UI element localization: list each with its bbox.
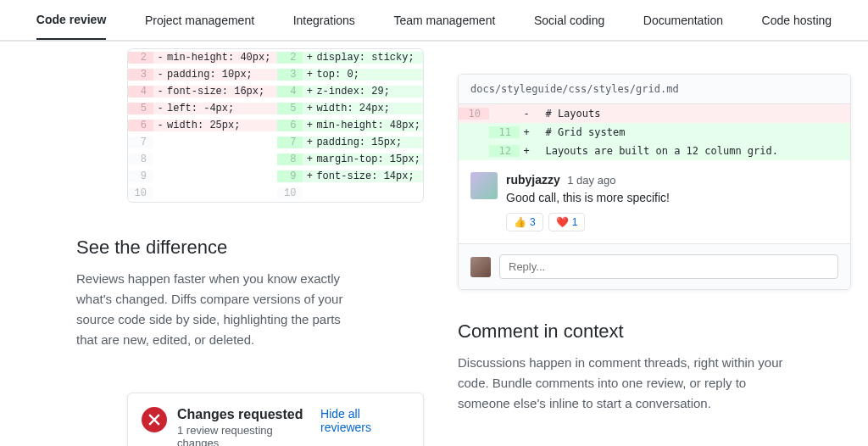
diff-line: 10: [277, 185, 424, 202]
diff-line: 2+display: sticky;: [277, 49, 424, 66]
nav-tab[interactable]: Code review: [36, 1, 106, 40]
reaction-thumbs-up[interactable]: 👍 3: [506, 213, 543, 231]
nav-tab[interactable]: Integrations: [293, 2, 355, 39]
heart-icon: ❤️: [556, 216, 569, 228]
diff-line: 5-left: -4px;: [128, 100, 277, 117]
diff-line: 7: [128, 134, 277, 151]
thumbs-up-icon: 👍: [514, 216, 526, 228]
reply-input[interactable]: [499, 254, 838, 279]
diff-line: 4-font-size: 16px;: [128, 83, 277, 100]
commenter-avatar: [470, 172, 498, 199]
diff-line: 7+padding: 15px;: [277, 134, 424, 151]
diff-line: 8: [128, 151, 277, 168]
reaction-heart[interactable]: ❤️ 1: [548, 213, 586, 231]
inline-comment-card: docs/styleguide/css/styles/grid.md 10- #…: [458, 74, 851, 290]
inline-diff: 10- # Layouts11+ # Grid system12+ Layout…: [459, 104, 850, 160]
see-difference-text: Reviews happen faster when you know exac…: [76, 269, 364, 350]
reaction-count: 3: [530, 216, 536, 228]
nav-tab[interactable]: Project management: [145, 2, 254, 39]
nav-tab[interactable]: Team management: [393, 2, 495, 39]
comment-context-text: Discussions happen in comment threads, r…: [458, 353, 797, 414]
hide-reviewers-link[interactable]: Hide all reviewers: [320, 407, 409, 434]
see-difference-heading: See the difference: [76, 237, 364, 259]
comment-author: rubyjazzy: [506, 173, 560, 187]
inline-diff-line: 10- # Layouts: [459, 104, 850, 123]
diff-line: 9: [128, 168, 277, 185]
reaction-count: 1: [572, 216, 578, 228]
inline-diff-line: 11+ # Grid system: [459, 123, 850, 142]
diff-line: 6+min-height: 48px;: [277, 117, 424, 134]
diff-side-old: 2-min-height: 40px;3-padding: 10px;4-fon…: [128, 49, 277, 202]
diff-panel: 2-min-height: 40px;3-padding: 10px;4-fon…: [127, 48, 424, 203]
diff-side-new: 2+display: sticky;3+top: 0;4+z-index: 29…: [277, 49, 424, 202]
comment-context-heading: Comment in context: [458, 321, 851, 343]
diff-line: 6-width: 25px;: [128, 117, 277, 134]
current-user-avatar: [470, 257, 491, 277]
merge-status-title: Changes requested: [177, 407, 310, 422]
merge-status-card: Changes requested 1 review requesting ch…: [127, 393, 424, 446]
diff-line: 4+z-index: 29;: [277, 83, 424, 100]
merge-status-subtitle: 1 review requesting changes: [177, 424, 310, 446]
nav-tab[interactable]: Social coding: [534, 2, 604, 39]
diff-line: 8+margin-top: 15px;: [277, 151, 424, 168]
diff-line: 5+width: 24px;: [277, 100, 424, 117]
file-path: docs/styleguide/css/styles/grid.md: [459, 75, 850, 104]
changes-requested-icon: [142, 407, 167, 432]
diff-line: 2-min-height: 40px;: [128, 49, 277, 66]
diff-line: 3+top: 0;: [277, 66, 424, 83]
diff-line: 9+font-size: 14px;: [277, 168, 424, 185]
inline-diff-line: 12+ Layouts are built on a 12 column gri…: [459, 142, 850, 160]
diff-line: 3-padding: 10px;: [128, 66, 277, 83]
comment-time: 1 day ago: [567, 174, 615, 187]
diff-line: 10: [128, 185, 277, 202]
nav-tab[interactable]: Code hosting: [762, 2, 832, 39]
primary-nav: Code reviewProject managementIntegration…: [0, 0, 868, 41]
comment-text: Good call, this is more specific!: [506, 191, 838, 204]
nav-tab[interactable]: Documentation: [643, 2, 723, 39]
